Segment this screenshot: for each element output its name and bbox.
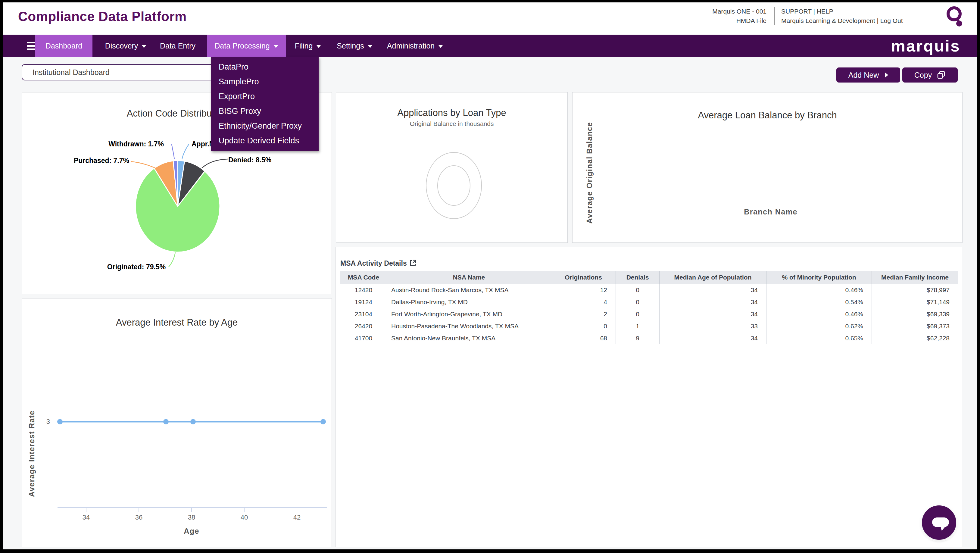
- col-nsa-name: NSA Name: [387, 271, 551, 284]
- support-help-links[interactable]: SUPPORT | HELP: [781, 6, 903, 16]
- chevron-down-icon: [142, 45, 146, 48]
- x-axis-label: Age: [161, 527, 222, 535]
- table-title: MSA Activity Details: [340, 259, 417, 268]
- x-tick-label: 36: [127, 513, 151, 521]
- chevron-down-icon: [316, 45, 321, 48]
- x-tick-label: 40: [232, 513, 256, 521]
- col-minority-pct: % of Minority Population: [767, 271, 872, 284]
- page-title: Compliance Data Platform: [18, 9, 187, 24]
- interest-rate-line-chart: [22, 298, 332, 547]
- file-name: HMDA File: [712, 16, 767, 25]
- msa-activity-details-card: MSA Activity Details MSA Code NSA Name O…: [335, 247, 962, 547]
- external-link-icon[interactable]: [409, 259, 417, 266]
- copy-icon: [937, 70, 946, 80]
- menu-item-samplepro[interactable]: SamplePro: [211, 74, 319, 89]
- nav-item-data-processing[interactable]: Data Processing: [207, 35, 286, 57]
- marquis-logo: marquis: [891, 35, 961, 57]
- nav-item-filing[interactable]: Filing: [289, 35, 327, 57]
- col-median-income: Median Family Income: [872, 271, 958, 284]
- data-point-age-33: [57, 419, 63, 424]
- nav-item-dashboard[interactable]: Dashboard: [35, 35, 92, 57]
- header: Compliance Data Platform Marquis ONE - 0…: [3, 2, 977, 35]
- chevron-down-icon: [438, 45, 443, 48]
- table-row: 41700San Antonio-New Braunfels, TX MSA68…: [340, 332, 958, 344]
- table-row: 12420Austin-Round Rock-San Marcos, TX MS…: [340, 284, 958, 296]
- copy-button[interactable]: Copy: [902, 67, 958, 83]
- nav-item-administration[interactable]: Administration: [382, 35, 448, 57]
- table-row: 26420Houston-Pasadena-The Woodlands, TX …: [340, 320, 958, 332]
- x-axis-label: Branch Name: [738, 207, 804, 216]
- chat-bubble-icon: [922, 505, 956, 540]
- nav-item-settings[interactable]: Settings: [331, 35, 378, 57]
- header-links: SUPPORT | HELP Marquis Learning & Develo…: [781, 6, 903, 25]
- add-new-button[interactable]: Add New: [836, 67, 900, 83]
- data-point-age-43: [320, 419, 326, 424]
- menu-item-update-derived-fields[interactable]: Update Derived Fields: [211, 134, 319, 148]
- col-originations: Originations: [551, 271, 616, 284]
- header-divider: [774, 7, 775, 25]
- menu-item-ethnicity-gender-proxy[interactable]: Ethnicity/Gender Proxy: [211, 119, 319, 134]
- pie-label-purchased: Purchased: 7.7%: [74, 157, 129, 165]
- pie-label-originated: Originated: 79.5%: [103, 263, 170, 271]
- chat-button[interactable]: [922, 505, 956, 540]
- table-header-row: MSA Code NSA Name Originations Denials M…: [340, 271, 958, 284]
- applications-by-loan-type-card: Applications by Loan Type Original Balan…: [336, 92, 568, 243]
- search-icon[interactable]: [945, 3, 965, 31]
- average-loan-balance-by-branch-card: Average Loan Balance by Branch Average O…: [572, 92, 963, 243]
- msa-table: MSA Code NSA Name Originations Denials M…: [340, 271, 958, 344]
- x-axis-line: [606, 203, 946, 203]
- account-info: Marquis ONE - 001 HMDA File: [712, 6, 767, 25]
- menu-item-datapro[interactable]: DataPro: [211, 60, 319, 74]
- menu-item-bisg-proxy[interactable]: BISG Proxy: [211, 104, 319, 119]
- col-denials: Denials: [616, 271, 660, 284]
- data-point-age-38: [190, 419, 196, 424]
- nav-item-data-entry[interactable]: Data Entry: [154, 35, 202, 57]
- dashboard-selector[interactable]: Institutional Dashboard: [22, 64, 225, 80]
- nav-item-discovery[interactable]: Discovery: [99, 35, 152, 57]
- right-arrow-icon: [885, 72, 888, 78]
- col-median-age: Median Age of Population: [660, 271, 767, 284]
- learning-logout-links[interactable]: Marquis Learning & Development | Log Out: [781, 16, 903, 25]
- chevron-down-icon: [274, 45, 278, 48]
- table-row: 23104Fort Worth-Arlington-Grapevine, TX …: [340, 308, 958, 320]
- table-row: 19124Dallas-Plano-Irving, TX MD40340.54%…: [340, 296, 958, 308]
- y-axis-label: Average Original Balance: [585, 122, 594, 224]
- x-tick-label: 38: [180, 513, 204, 521]
- chart-title: Average Loan Balance by Branch: [573, 110, 962, 121]
- x-tick-label: 42: [285, 513, 309, 521]
- loan-type-donut-chart: [336, 92, 567, 242]
- x-tick-label: 34: [74, 513, 98, 521]
- menu-item-exportpro[interactable]: ExportPro: [211, 89, 319, 104]
- compliance-data-platform-page: Compliance Data Platform Marquis ONE - 0…: [0, 0, 980, 553]
- col-msa-code: MSA Code: [340, 271, 387, 284]
- data-point-age-37: [163, 419, 169, 424]
- average-interest-rate-by-age-card: Average Interest Rate by Age Average Int…: [22, 298, 332, 547]
- data-processing-dropdown-menu: DataPro SamplePro ExportPro BISG Proxy E…: [211, 57, 319, 151]
- chevron-down-icon: [368, 45, 372, 48]
- pie-label-denied: Denied: 8.5%: [228, 156, 271, 164]
- account-name: Marquis ONE - 001: [712, 6, 767, 16]
- pie-label-withdrawn: Withdrawn: 1.7%: [108, 140, 164, 148]
- main-nav: Dashboard Discovery Data Entry Data Proc…: [3, 35, 977, 57]
